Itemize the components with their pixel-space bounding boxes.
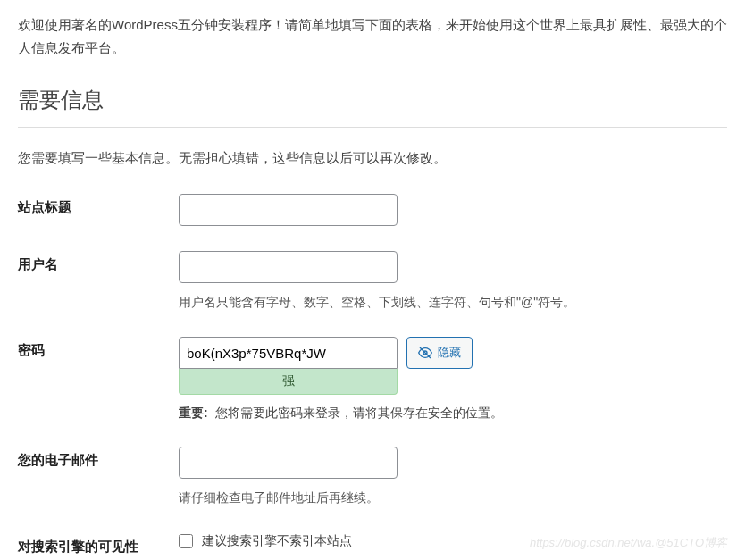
divider [18, 127, 727, 128]
username-input[interactable] [179, 251, 398, 283]
username-row: 用户名 用户名只能含有字母、数字、空格、下划线、连字符、句号和"@"符号。 [18, 251, 727, 312]
email-label: 您的电子邮件 [18, 447, 179, 469]
hide-button-label: 隐藏 [438, 345, 461, 361]
password-row: 密码 强 隐藏 重要: 您将需要此密码来登录，请将其保存在安全的位置。 [18, 337, 727, 422]
password-important-text: 您将需要此密码来登录，请将其保存在安全的位置。 [215, 405, 503, 422]
search-engine-checkbox[interactable] [179, 534, 193, 548]
search-engine-checkbox-label: 建议搜索引擎不索引本站点 [202, 533, 352, 549]
info-text: 您需要填写一些基本信息。无需担心填错，这些信息以后可以再次修改。 [18, 150, 727, 167]
welcome-text: 欢迎使用著名的WordPress五分钟安装程序！请简单地填写下面的表格，来开始使… [18, 13, 727, 59]
site-title-label: 站点标题 [18, 194, 179, 216]
password-important-label: 重要: [179, 405, 208, 422]
email-hint: 请仔细检查电子邮件地址后再继续。 [179, 488, 727, 507]
password-strength-meter: 强 [179, 369, 398, 395]
password-input[interactable] [179, 337, 398, 369]
password-label: 密码 [18, 337, 179, 359]
search-engine-label: 对搜索引擎的可见性 [18, 533, 179, 556]
username-hint: 用户名只能含有字母、数字、空格、下划线、连字符、句号和"@"符号。 [179, 292, 727, 312]
heading-required-info: 需要信息 [18, 86, 727, 114]
watermark: https://blog.csdn.net/wa.@51CTO博客 [530, 535, 727, 551]
hide-password-button[interactable]: 隐藏 [406, 337, 473, 369]
site-title-input[interactable] [179, 194, 398, 226]
eye-slash-icon [418, 346, 432, 360]
email-row: 您的电子邮件 请仔细检查电子邮件地址后再继续。 [18, 447, 727, 507]
username-label: 用户名 [18, 251, 179, 273]
email-input[interactable] [179, 447, 398, 479]
site-title-row: 站点标题 [18, 194, 727, 226]
